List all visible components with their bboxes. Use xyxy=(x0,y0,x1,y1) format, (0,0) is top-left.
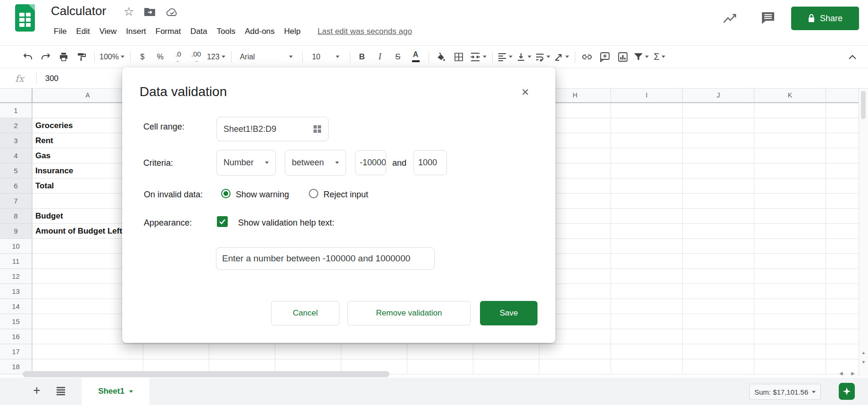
cell-J-1[interactable] xyxy=(683,103,754,118)
cell-col3-17[interactable] xyxy=(209,344,275,359)
menu-tools[interactable]: Tools xyxy=(212,25,240,37)
cell-H-18[interactable] xyxy=(539,359,611,374)
cell-K-5[interactable] xyxy=(754,163,826,178)
row-header-8[interactable]: 8 xyxy=(0,209,33,224)
scroll-down-button[interactable]: ▼ xyxy=(859,358,868,366)
cell-K-2[interactable] xyxy=(754,118,826,133)
cell-J-8[interactable] xyxy=(683,209,754,224)
cell-I-4[interactable] xyxy=(611,148,683,163)
cell-col5-17[interactable] xyxy=(341,344,407,359)
insert-chart-button[interactable] xyxy=(616,49,630,65)
sheet-tab-sheet1[interactable]: Sheet1 xyxy=(82,378,149,405)
reject-input-label[interactable]: Reject input xyxy=(323,190,368,200)
save-button[interactable]: Save xyxy=(480,301,537,325)
cell-I-13[interactable] xyxy=(611,284,683,299)
vertical-scrollbar-thumb[interactable] xyxy=(861,91,866,119)
cell-J-2[interactable] xyxy=(683,118,754,133)
undo-button[interactable] xyxy=(21,49,35,65)
cell-I-6[interactable] xyxy=(611,178,683,194)
insert-comment-button[interactable] xyxy=(598,49,612,65)
cell-col12-13[interactable] xyxy=(826,284,859,299)
cell-J-17[interactable] xyxy=(683,344,754,359)
more-formats-button[interactable]: 123 xyxy=(207,49,225,65)
remove-validation-button[interactable]: Remove validation xyxy=(347,301,471,325)
cell-K-14[interactable] xyxy=(754,299,826,314)
menu-edit[interactable]: Edit xyxy=(71,25,94,37)
cell-I-17[interactable] xyxy=(611,344,683,359)
share-button[interactable]: Share xyxy=(791,7,859,30)
menu-file[interactable]: File xyxy=(49,25,71,37)
cell-J-5[interactable] xyxy=(683,163,754,178)
cell-I-7[interactable] xyxy=(611,194,683,209)
text-color-button[interactable]: A xyxy=(409,49,423,65)
format-currency-button[interactable]: $ xyxy=(135,49,149,65)
vertical-scrollbar[interactable]: ▲ ▼ xyxy=(859,89,868,377)
select-data-range-icon[interactable] xyxy=(312,124,322,134)
cell-col2-17[interactable] xyxy=(143,344,209,359)
paint-format-button[interactable] xyxy=(74,49,89,65)
criteria-max-input[interactable] xyxy=(413,150,447,175)
cell-I-2[interactable] xyxy=(611,118,683,133)
sum-status-chip[interactable]: Sum: $17,101.56 xyxy=(749,384,821,400)
cell-col7-17[interactable] xyxy=(473,344,539,359)
formula-input[interactable]: 300 xyxy=(45,74,58,83)
cell-I-12[interactable] xyxy=(611,269,683,284)
cell-J-7[interactable] xyxy=(683,194,754,209)
menu-insert[interactable]: Insert xyxy=(121,25,151,37)
add-sheet-button[interactable]: + xyxy=(33,383,41,398)
sheets-logo-icon[interactable] xyxy=(15,4,35,32)
cell-col12-14[interactable] xyxy=(826,299,859,314)
font-select[interactable]: Arial xyxy=(236,49,297,65)
cell-J-4[interactable] xyxy=(683,148,754,163)
cell-J-6[interactable] xyxy=(683,178,754,194)
move-folder-icon[interactable] xyxy=(144,7,156,16)
font-size-select[interactable]: 10 xyxy=(307,49,344,65)
cell-col12-3[interactable] xyxy=(826,133,859,148)
cell-K-13[interactable] xyxy=(754,284,826,299)
cell-K-3[interactable] xyxy=(754,133,826,148)
cell-range-input[interactable]: Sheet1!B2:D9 xyxy=(216,117,329,141)
cell-K-11[interactable] xyxy=(754,254,826,269)
cell-K-8[interactable] xyxy=(754,209,826,224)
criteria-type-select[interactable]: Number xyxy=(216,150,276,176)
cell-I-16[interactable] xyxy=(611,329,683,344)
bold-button[interactable]: B xyxy=(355,49,369,65)
row-header-1[interactable]: 1 xyxy=(0,103,33,118)
column-header-I[interactable]: I xyxy=(611,89,683,103)
cell-col6-18[interactable] xyxy=(407,359,473,374)
comment-history-icon[interactable] xyxy=(761,11,776,25)
italic-button[interactable]: I xyxy=(373,49,387,65)
menu-data[interactable]: Data xyxy=(186,25,212,37)
scroll-up-button[interactable]: ▲ xyxy=(859,348,868,357)
explore-button[interactable] xyxy=(839,383,855,400)
cell-col12-10[interactable] xyxy=(826,239,859,254)
cell-col12-7[interactable] xyxy=(826,194,859,209)
cell-J-14[interactable] xyxy=(683,299,754,314)
vertical-align-button[interactable] xyxy=(516,49,531,65)
collapse-toolbar-button[interactable] xyxy=(845,49,860,65)
cell-K-16[interactable] xyxy=(754,329,826,344)
cell-col12-8[interactable] xyxy=(826,209,859,224)
menu-view[interactable]: View xyxy=(95,25,122,37)
row-header-4[interactable]: 4 xyxy=(0,148,33,163)
cell-J-13[interactable] xyxy=(683,284,754,299)
insert-link-button[interactable] xyxy=(580,49,594,65)
cell-I-1[interactable] xyxy=(611,103,683,118)
cell-J-9[interactable] xyxy=(683,224,754,239)
cell-K-17[interactable] xyxy=(754,344,826,359)
cloud-saved-icon[interactable] xyxy=(166,7,178,16)
cell-J-16[interactable] xyxy=(683,329,754,344)
menu-format[interactable]: Format xyxy=(151,25,186,37)
merge-cells-button[interactable] xyxy=(470,49,487,65)
show-warning-label[interactable]: Show warning xyxy=(236,190,289,200)
cell-J-15[interactable] xyxy=(683,314,754,329)
cell-col12-1[interactable] xyxy=(826,103,859,118)
redo-button[interactable] xyxy=(39,49,53,65)
cell-I-10[interactable] xyxy=(611,239,683,254)
cell-col12-12[interactable] xyxy=(826,269,859,284)
cell-col4-17[interactable] xyxy=(275,344,341,359)
row-header-17[interactable]: 17 xyxy=(0,344,33,359)
row-header-7[interactable]: 7 xyxy=(0,194,33,209)
cell-I-11[interactable] xyxy=(611,254,683,269)
menu-addons[interactable]: Add-ons xyxy=(240,25,279,37)
